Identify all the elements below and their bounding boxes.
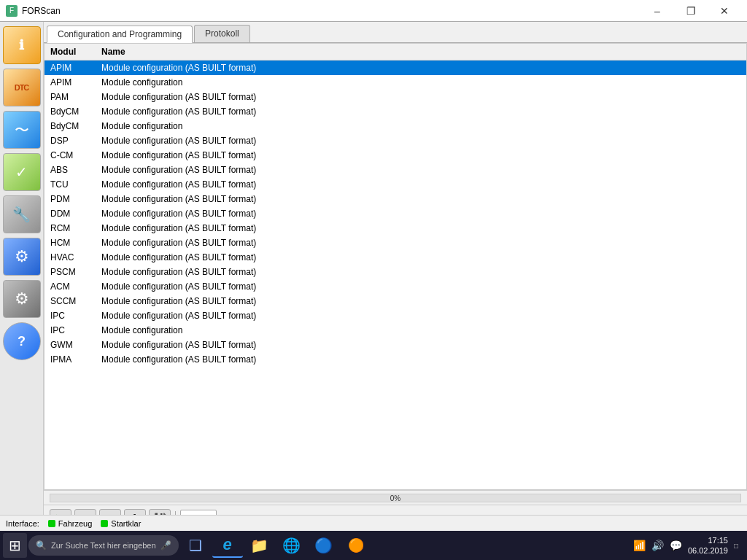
startklar-label: Startklar [111, 519, 141, 528]
table-row[interactable]: ABSModule configuration (AS BUILT format… [44, 163, 746, 177]
notification-icon[interactable]: 💬 [670, 540, 682, 551]
interface-label: Interface: [6, 519, 39, 528]
maximize-button[interactable]: ❐ [674, 0, 708, 22]
cell-name: Module configuration (AS BUILT format) [96, 206, 746, 221]
progress-bar-track: 0% [50, 494, 741, 502]
wrench-icon: 🔧 [12, 206, 31, 223]
status-bar: Interface: Fahrzeug Startklar [0, 515, 747, 531]
taskbar-pin2[interactable]: 🟠 [341, 533, 371, 558]
cell-module: ABS [44, 163, 96, 177]
sidebar-btn-check[interactable]: ✓ [3, 153, 41, 191]
network-icon[interactable]: 📶 [633, 540, 646, 551]
cell-module: IPMA [44, 352, 96, 367]
cell-name: Module configuration [96, 119, 746, 133]
table-row[interactable]: HCMModule configuration (AS BUILT format… [44, 236, 746, 250]
sidebar-btn-wrench[interactable]: 🔧 [3, 195, 41, 233]
cell-name: Module configuration (AS BUILT format) [96, 221, 746, 236]
table-row[interactable]: PDMModule configuration (AS BUILT format… [44, 192, 746, 206]
cell-module: HVAC [44, 250, 96, 265]
table-row[interactable]: C-CMModule configuration (AS BUILT forma… [44, 148, 746, 163]
tab-configuration[interactable]: Configuration and Programming [47, 26, 193, 43]
cell-module: IPC [44, 308, 96, 323]
table-header-row: Modul Name [44, 44, 746, 61]
info-icon: ℹ [19, 37, 24, 53]
table-row[interactable]: ACMModule configuration (AS BUILT format… [44, 279, 746, 294]
cell-module: C-CM [44, 148, 96, 163]
cell-module: DDM [44, 206, 96, 221]
show-desktop-button[interactable]: □ [734, 542, 738, 550]
close-button[interactable]: ✕ [708, 0, 741, 22]
cell-name: Module configuration (AS BUILT format) [96, 133, 746, 148]
content-area: Configuration and Programming Protokoll … [44, 22, 747, 531]
cell-module: PAM [44, 90, 96, 104]
app-icon: F [6, 5, 18, 17]
sidebar-btn-gear-blue[interactable]: ⚙ [3, 238, 41, 276]
fahrzeug-dot [48, 520, 55, 527]
cell-module: SCCM [44, 294, 96, 308]
sidebar-btn-gear-gray[interactable]: ⚙ [3, 280, 41, 318]
taskbar-ie[interactable]: 🌐 [276, 533, 307, 558]
table-row[interactable]: GWMModule configuration (AS BUILT format… [44, 338, 746, 352]
cell-module: BdyCM [44, 104, 96, 119]
cell-module: APIM [44, 61, 96, 76]
tab-protokoll[interactable]: Protokoll [194, 25, 250, 42]
taskbar: ⊞ 🔍 Zur Suche Text hier eingeben 🎤 ❑ e 📁… [0, 531, 747, 560]
minimize-button[interactable]: – [640, 0, 674, 22]
tab-bar: Configuration and Programming Protokoll [44, 22, 747, 43]
sidebar-btn-live[interactable]: 〜 [3, 111, 41, 149]
cell-name: Module configuration (AS BUILT format) [96, 308, 746, 323]
taskbar-pin1[interactable]: 🔵 [309, 533, 339, 558]
check-icon: ✓ [15, 163, 28, 181]
table-row[interactable]: SCCMModule configuration (AS BUILT forma… [44, 294, 746, 308]
table-row[interactable]: DDMModule configuration (AS BUILT format… [44, 206, 746, 221]
fahrzeug-label: Fahrzeug [58, 519, 92, 528]
table-row[interactable]: RCMModule configuration (AS BUILT format… [44, 221, 746, 236]
title-bar-left: F FORScan [6, 5, 61, 17]
table-row[interactable]: IPCModule configuration (AS BUILT format… [44, 308, 746, 323]
cell-name: Module configuration [96, 323, 746, 338]
table-row[interactable]: BdyCMModule configuration (AS BUILT form… [44, 104, 746, 119]
start-button[interactable]: ⊞ [3, 533, 27, 558]
taskbar-time: 17:15 06.02.2019 [688, 535, 728, 556]
cell-name: Module configuration (AS BUILT format) [96, 104, 746, 119]
table-row[interactable]: IPMAModule configuration (AS BUILT forma… [44, 352, 746, 367]
table-row[interactable]: APIMModule configuration [44, 75, 746, 90]
taskbar-right: 📶 🔊 💬 17:15 06.02.2019 □ [633, 535, 744, 556]
startklar-dot [101, 520, 108, 527]
cell-name: Module configuration (AS BUILT format) [96, 163, 746, 177]
table-row[interactable]: APIMModule configuration (AS BUILT forma… [44, 61, 746, 76]
taskbar-edge[interactable]: e [212, 533, 243, 558]
taskbar-explorer[interactable]: 📁 [244, 533, 275, 558]
progress-label: 0% [50, 494, 740, 503]
cell-module: TCU [44, 177, 96, 192]
search-placeholder-text: Zur Suche Text hier eingeben [51, 541, 156, 550]
task-view-button[interactable]: ❑ [180, 533, 211, 558]
table-row[interactable]: PAMModule configuration (AS BUILT format… [44, 90, 746, 104]
sidebar-btn-question[interactable]: ? [3, 322, 41, 360]
search-bar[interactable]: 🔍 Zur Suche Text hier eingeben 🎤 [28, 535, 179, 556]
cell-name: Module configuration (AS BUILT format) [96, 192, 746, 206]
column-header-module: Modul [44, 44, 96, 61]
volume-icon[interactable]: 🔊 [651, 540, 664, 551]
module-table-container: Modul Name APIMModule configuration (AS … [44, 43, 747, 490]
gear-gray-icon: ⚙ [15, 289, 29, 308]
question-icon: ? [18, 334, 26, 349]
dtc-icon: DTC [15, 83, 29, 92]
cell-name: Module configuration (AS BUILT format) [96, 265, 746, 279]
table-row[interactable]: TCUModule configuration (AS BUILT format… [44, 177, 746, 192]
startklar-indicator: Startklar [101, 519, 141, 528]
sidebar-btn-info[interactable]: ℹ [3, 26, 41, 64]
cell-module: PDM [44, 192, 96, 206]
title-bar: F FORScan – ❐ ✕ [0, 0, 747, 22]
table-row[interactable]: PSCMModule configuration (AS BUILT forma… [44, 265, 746, 279]
live-data-icon: 〜 [15, 120, 29, 140]
cell-name: Module configuration (AS BUILT format) [96, 338, 746, 352]
fahrzeug-indicator: Fahrzeug [48, 519, 92, 528]
gear-blue-icon: ⚙ [15, 247, 29, 266]
sidebar-btn-dtc[interactable]: DTC [3, 69, 41, 106]
table-row[interactable]: BdyCMModule configuration [44, 119, 746, 133]
mic-icon: 🎤 [160, 540, 171, 551]
table-row[interactable]: IPCModule configuration [44, 323, 746, 338]
table-row[interactable]: HVACModule configuration (AS BUILT forma… [44, 250, 746, 265]
table-row[interactable]: DSPModule configuration (AS BUILT format… [44, 133, 746, 148]
